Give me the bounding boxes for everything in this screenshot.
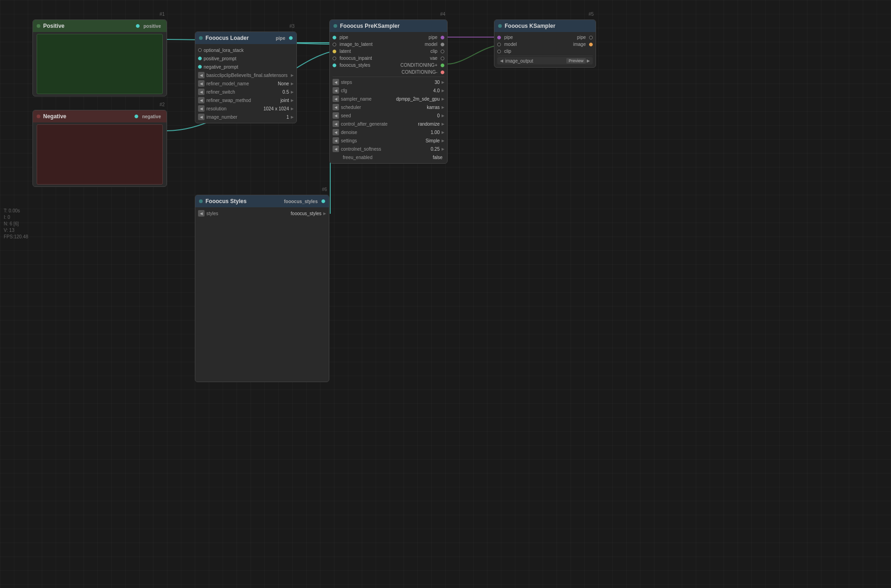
styles-param-label: styles — [206, 211, 291, 216]
port-optional-lora-connector[interactable] — [198, 48, 202, 52]
port-k-pipe-out[interactable] — [589, 36, 593, 39]
node-negative-header: Negative negative — [33, 110, 167, 122]
pre-param-steps: ◀ steps 30 ▶ — [330, 78, 447, 86]
pre-param-seed-btn[interactable]: ◀ — [333, 112, 339, 119]
loader-param-resolution: ◀ resolution 1024 x 1024 ▶ — [195, 104, 296, 113]
node-presampler-title: Fooocus PreKSampler — [340, 23, 400, 29]
port-styles-out[interactable] — [321, 199, 325, 203]
port-positive-prompt-label: positive_prompt — [204, 56, 237, 61]
loader-param-image-number-arrow[interactable]: ▶ — [291, 115, 294, 119]
presampler-body: pipe pipe image_to_latent model latent — [330, 32, 447, 163]
pre-param-control-label: control_after_generate — [341, 121, 418, 127]
pre-param-cfg-btn[interactable]: ◀ — [333, 87, 339, 94]
pre-param-sampler-value: dpmpp_2m_sde_gpu — [396, 96, 440, 102]
loader-param-resolution-value: 1024 x 1024 — [263, 106, 289, 111]
pre-param-sampler-arrow[interactable]: ▶ — [442, 97, 444, 101]
node-positive-header: Positive positive — [33, 20, 167, 32]
pre-param-scheduler-btn[interactable]: ◀ — [333, 104, 339, 110]
loader-param-swap-method-arrow[interactable]: ▶ — [291, 98, 294, 102]
port-pre-inpaint-in-label: fooocus_inpaint — [340, 56, 372, 61]
ksampler-body: pipe pipe model image clip ◀ — [494, 32, 596, 67]
pre-param-settings-btn[interactable]: ◀ — [333, 137, 339, 144]
port-pre-latent-in[interactable] — [333, 50, 336, 53]
pre-param-scheduler-label: scheduler — [341, 105, 427, 110]
node-positive: #1 Positive positive — [32, 19, 167, 96]
pre-param-steps-arrow[interactable]: ▶ — [442, 80, 444, 84]
loader-param-model-btn[interactable]: ◀ — [198, 72, 205, 78]
image-output-right-btn[interactable]: ▶ — [587, 58, 590, 63]
pre-param-control: ◀ control_after_generate randomize ▶ — [330, 120, 447, 128]
port-pre-clip-out[interactable] — [441, 50, 444, 53]
loader-param-resolution-arrow[interactable]: ▶ — [291, 107, 294, 111]
port-loader-pipe-out[interactable] — [289, 36, 293, 40]
node-id-6: #6 — [322, 187, 327, 192]
port-negative-prompt-connector[interactable] — [198, 65, 202, 69]
port-pre-cond-pos-out[interactable] — [441, 64, 444, 67]
pre-param-control-arrow[interactable]: ▶ — [442, 122, 444, 126]
loader-param-refiner-model-arrow[interactable]: ▶ — [291, 82, 294, 86]
pre-param-control-btn[interactable]: ◀ — [333, 121, 339, 127]
port-k-clip-in[interactable] — [497, 50, 501, 53]
pre-param-denoise-btn[interactable]: ◀ — [333, 129, 339, 135]
pre-param-sampler-btn[interactable]: ◀ — [333, 96, 339, 102]
pre-param-denoise: ◀ denoise 1.00 ▶ — [330, 128, 447, 136]
styles-param-btn[interactable]: ◀ — [198, 210, 205, 217]
pre-param-seed-arrow[interactable]: ▶ — [442, 114, 444, 118]
port-k-image-out[interactable] — [589, 43, 593, 46]
loader-param-refiner-model-btn[interactable]: ◀ — [198, 80, 205, 87]
port-pre-cond-neg-out[interactable] — [441, 70, 444, 74]
ksampler-divider — [497, 56, 593, 56]
pre-param-denoise-value: 1.00 — [431, 130, 440, 135]
port-loader-out-label: pipe — [276, 36, 285, 41]
pre-param-settings-arrow[interactable]: ▶ — [442, 139, 444, 143]
node-negative: #2 Negative negative — [32, 110, 167, 187]
loader-param-model-arrow[interactable]: ▶ — [291, 73, 294, 77]
port-pre-inpaint-in[interactable] — [333, 57, 336, 60]
port-pre-model-out-label: model — [425, 42, 437, 47]
pre-param-scheduler-value: karras — [427, 105, 440, 110]
node-loader: #3 Fooocus Loader pipe optional_lora_sta… — [195, 32, 297, 123]
port-k-pipe-in[interactable] — [497, 36, 501, 39]
port-pre-clip-out-label: clip — [430, 49, 437, 54]
pre-param-cfg-value: 4.0 — [433, 88, 440, 93]
node-ksampler-title: Fooocus KSampler — [505, 23, 555, 29]
preview-btn[interactable]: Preview — [566, 58, 586, 64]
pre-param-controlnet-arrow[interactable]: ▶ — [442, 147, 444, 151]
loader-param-image-number-btn[interactable]: ◀ — [198, 114, 205, 120]
loader-param-swap-method-value: joint — [281, 98, 289, 103]
loader-param-swap-method-label: refiner_swap_method — [206, 98, 281, 103]
loader-param-swap-method-btn[interactable]: ◀ — [198, 97, 205, 103]
pre-param-denoise-arrow[interactable]: ▶ — [442, 130, 444, 134]
port-pre-image-latent-in[interactable] — [333, 43, 336, 46]
negative-text-area[interactable] — [37, 124, 163, 185]
pre-param-scheduler-arrow[interactable]: ▶ — [442, 105, 444, 109]
ksampler-image-output[interactable]: ◀ image_output Preview ▶ — [497, 57, 593, 64]
port-positive-prompt-connector[interactable] — [198, 57, 202, 60]
port-pre-vae-out[interactable] — [441, 57, 444, 60]
loader-param-refiner-switch-arrow[interactable]: ▶ — [291, 90, 294, 94]
pre-param-freeu-label: freeu_enabled — [334, 155, 433, 160]
pre-param-steps-btn[interactable]: ◀ — [333, 79, 339, 85]
styles-param-value: fooocus_styles — [291, 211, 321, 216]
port-negative-out[interactable] — [135, 115, 138, 118]
styles-body: ◀ styles fooocus_styles ▶ — [195, 207, 329, 382]
port-pre-styles-in[interactable] — [333, 64, 336, 67]
styles-param-arrow[interactable]: ▶ — [323, 211, 326, 216]
node-ksampler: #5 Fooocus KSampler pipe pipe model imag… — [494, 19, 596, 68]
pre-param-controlnet-btn[interactable]: ◀ — [333, 146, 339, 152]
pre-param-cfg-arrow[interactable]: ▶ — [442, 89, 444, 93]
loader-param-refiner-switch-btn[interactable]: ◀ — [198, 89, 205, 95]
pre-param-scheduler: ◀ scheduler karras ▶ — [330, 103, 447, 111]
image-output-left-btn[interactable]: ◀ — [500, 58, 503, 63]
port-pre-pipe-in[interactable] — [333, 36, 336, 39]
info-overlay: T: 0.00s I: 0 N: 6 [6] V: 13 FPS:120.48 — [4, 208, 28, 240]
node-id-1: #1 — [160, 12, 165, 17]
positive-text-area[interactable] — [37, 34, 163, 94]
loader-param-resolution-btn[interactable]: ◀ — [198, 105, 205, 112]
node-styles: #6 Fooocus Styles fooocus_styles ◀ style… — [195, 195, 329, 382]
port-positive-out[interactable] — [136, 24, 140, 28]
port-pre-model-out[interactable] — [441, 43, 444, 46]
port-k-model-in[interactable] — [497, 43, 501, 46]
pre-param-freeu: freeu_enabled false — [330, 153, 447, 161]
port-pre-pipe-out[interactable] — [441, 36, 444, 39]
